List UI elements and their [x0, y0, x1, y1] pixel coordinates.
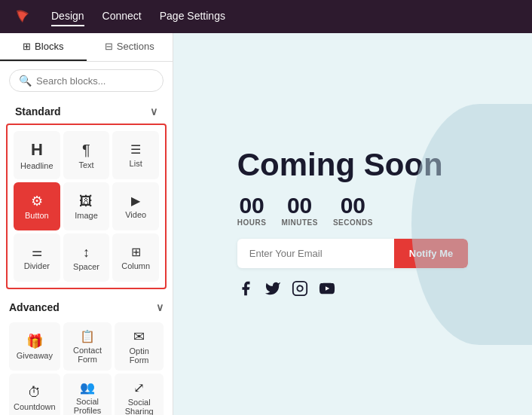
tab-sections[interactable]: ⊟ Sections [87, 33, 173, 61]
spacer-label: Spacer [73, 262, 99, 271]
video-label: Video [125, 210, 146, 219]
youtube-icon[interactable] [319, 280, 335, 301]
contact-form-label: Contact Form [68, 346, 108, 364]
nav-tab-connect[interactable]: Connect [102, 7, 142, 26]
button-icon: ⚙ [31, 194, 43, 208]
standard-label: Standard [15, 105, 61, 117]
countdown-icon: ⏱ [28, 386, 41, 399]
coming-soon-title: Coming Soon [237, 148, 443, 182]
block-optin-form[interactable]: ✉ Optin Form [115, 322, 164, 371]
text-label: Text [78, 160, 93, 169]
column-label: Column [121, 261, 150, 270]
block-contact-form[interactable]: 📋 Contact Form [63, 322, 112, 371]
canvas: Coming Soon 00 HOURS 00 MINUTES 00 SECON… [173, 33, 532, 415]
standard-blocks-grid: H Headline ¶ Text ☰ List ⚙ Button [11, 128, 162, 285]
standard-section: H Headline ¶ Text ☰ List ⚙ Button [6, 124, 167, 289]
advanced-blocks-grid: 🎁 Giveaway 📋 Contact Form ✉ Optin Form ⏱… [0, 319, 173, 415]
text-icon: ¶ [82, 142, 90, 157]
sections-tab-label: Sections [117, 41, 154, 52]
search-input[interactable] [36, 75, 154, 87]
countdown-row: 00 HOURS 00 MINUTES 00 SECONDS [237, 194, 373, 227]
countdown-seconds: 00 SECONDS [333, 194, 373, 227]
minutes-label: MINUTES [281, 218, 318, 227]
spacer-icon: ↕ [83, 246, 90, 259]
image-icon: 🖼 [79, 194, 93, 208]
block-video[interactable]: ▶ Video [112, 182, 159, 230]
block-column[interactable]: ⊞ Column [112, 233, 159, 282]
top-nav: Design Connect Page Settings [0, 0, 532, 33]
social-sharing-label: Social Sharing [119, 398, 159, 415]
contact-form-icon: 📋 [80, 331, 95, 343]
standard-section-header[interactable]: Standard ∨ [6, 99, 167, 124]
block-social-profiles[interactable]: 👥 Social Profiles [63, 374, 112, 415]
search-icon: 🔍 [19, 75, 32, 87]
standard-chevron: ∨ [150, 105, 157, 117]
video-icon: ▶ [131, 195, 140, 207]
main-layout: ⊞ Blocks ⊟ Sections 🔍 Standard ∨ [0, 33, 532, 415]
giveaway-icon: 🎁 [26, 334, 43, 348]
image-label: Image [75, 211, 98, 220]
countdown-minutes: 00 MINUTES [281, 194, 318, 227]
seconds-number: 00 [341, 194, 365, 217]
blocks-tab-icon: ⊞ [23, 41, 31, 52]
svg-rect-0 [293, 282, 307, 295]
sections-tab-icon: ⊟ [105, 41, 113, 52]
social-row [237, 280, 335, 301]
sidebar: ⊞ Blocks ⊟ Sections 🔍 Standard ∨ [0, 33, 173, 415]
advanced-label: Advanced [9, 301, 60, 313]
block-divider[interactable]: ⚌ Divider [14, 233, 60, 282]
nav-tab-design[interactable]: Design [51, 7, 84, 26]
instagram-icon[interactable] [292, 280, 308, 301]
block-button[interactable]: ⚙ Button [14, 182, 60, 230]
advanced-chevron: ∨ [156, 301, 164, 313]
sidebar-tabs: ⊞ Blocks ⊟ Sections [0, 33, 173, 62]
hours-label: HOURS [237, 218, 267, 227]
hours-number: 00 [239, 194, 264, 217]
headline-icon: H [31, 142, 43, 158]
app-logo [12, 6, 33, 27]
email-input[interactable] [237, 239, 388, 268]
block-text[interactable]: ¶ Text [63, 131, 110, 179]
facebook-icon[interactable] [237, 280, 254, 301]
block-countdown[interactable]: ⏱ Countdown [9, 374, 60, 415]
divider-label: Divider [24, 261, 50, 270]
optin-form-icon: ✉ [133, 330, 145, 343]
giveaway-label: Giveaway [17, 351, 53, 360]
advanced-section-header[interactable]: Advanced ∨ [0, 295, 173, 319]
blocks-tab-label: Blocks [35, 41, 63, 52]
social-profiles-icon: 👥 [80, 382, 95, 394]
headline-label: Headline [20, 161, 53, 170]
list-label: List [130, 159, 142, 168]
block-headline[interactable]: H Headline [14, 131, 60, 179]
tab-blocks[interactable]: ⊞ Blocks [0, 33, 87, 61]
button-label: Button [25, 211, 49, 220]
block-giveaway[interactable]: 🎁 Giveaway [9, 322, 60, 371]
block-social-sharing[interactable]: ⤢ Social Sharing [115, 374, 164, 415]
optin-form-label: Optin Form [119, 346, 159, 365]
search-wrap: 🔍 [9, 69, 164, 92]
minutes-number: 00 [287, 194, 312, 217]
nav-tab-page-settings[interactable]: Page Settings [160, 7, 225, 26]
seconds-label: SECONDS [333, 218, 373, 227]
block-list[interactable]: ☰ List [112, 131, 159, 179]
countdown-label: Countdown [14, 402, 56, 411]
countdown-hours: 00 HOURS [237, 194, 267, 227]
twitter-icon[interactable] [264, 280, 281, 301]
social-sharing-icon: ⤢ [133, 381, 145, 395]
column-icon: ⊞ [131, 246, 141, 258]
list-icon: ☰ [130, 144, 141, 156]
social-profiles-label: Social Profiles [68, 397, 108, 415]
block-image[interactable]: 🖼 Image [63, 182, 110, 230]
block-spacer[interactable]: ↕ Spacer [63, 233, 110, 282]
divider-icon: ⚌ [32, 246, 42, 258]
search-container: 🔍 [0, 62, 173, 99]
